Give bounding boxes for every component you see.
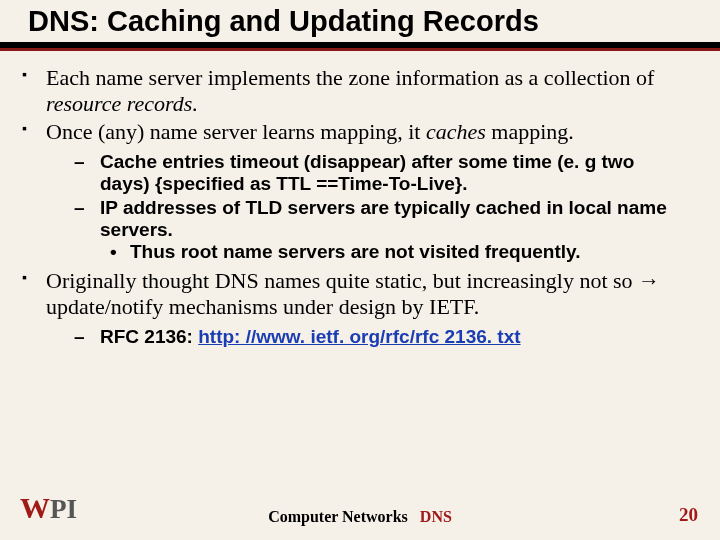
sub-1-brace: {specified as TTL ==Time-To-Live} [155,173,462,194]
subsub-1: Thus root name servers are not visited f… [130,241,688,263]
arrow-icon: → [638,268,660,293]
bullet-2-text-b: mapping. [486,119,574,144]
page-number: 20 [679,504,698,526]
footer-center: Computer Networks DNS [0,508,720,526]
slide: DNS: Caching and Updating Records Each n… [0,0,720,540]
sub-3: RFC 2136: http: //www. ietf. org/rfc/rfc… [100,326,688,348]
rfc-link[interactable]: http: //www. ietf. org/rfc/rfc 2136. txt [198,326,520,347]
slide-body: Each name server implements the zone inf… [0,51,720,348]
bullet-2: Once (any) name server learns mapping, i… [46,119,688,264]
bullet-3-text-b: update/notify mechanisms under design by… [46,294,479,319]
subsub-1-text: Thus root name servers are not visited f… [130,241,581,262]
bullet-2-emph: caches [426,119,486,144]
bullet-1-emph: resource records. [46,91,198,116]
slide-title: DNS: Caching and Updating Records [0,0,720,48]
footer-topic: DNS [420,508,452,525]
sub-3-text: RFC 2136: [100,326,198,347]
bullet-1-text: Each name server implements the zone inf… [46,65,654,90]
bullet-1: Each name server implements the zone inf… [46,65,688,117]
sub-1: Cache entries timeout (disappear) after … [100,151,688,196]
bullet-3-text-a: Originally thought DNS names quite stati… [46,268,638,293]
sub-1-dot: . [462,173,467,194]
footer-course: Computer Networks [268,508,408,525]
sub-2-text: IP addresses of TLD servers are typicall… [100,197,667,240]
sub-2: IP addresses of TLD servers are typicall… [100,197,688,264]
bullet-3: Originally thought DNS names quite stati… [46,268,688,348]
bullet-2-text-a: Once (any) name server learns mapping, i… [46,119,426,144]
